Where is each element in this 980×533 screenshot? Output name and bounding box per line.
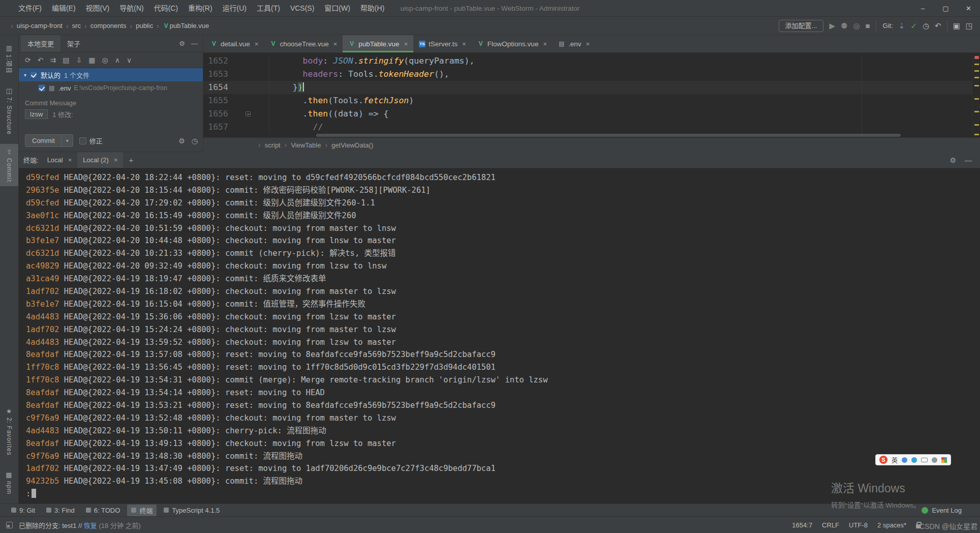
ime-language-indicator[interactable]: 英 <box>892 456 898 464</box>
close-icon[interactable]: × <box>404 40 408 48</box>
breadcrumb-item[interactable]: › pubTable.vue <box>153 22 209 30</box>
changelist-checkbox[interactable] <box>30 71 37 78</box>
editor-tab[interactable]: .env × <box>553 35 595 52</box>
code-line[interactable]: 1653 headers: Tools.tokenHeader(), <box>203 68 980 81</box>
menu-item[interactable]: 工具(T) <box>252 0 285 17</box>
ime-emoji-icon[interactable] <box>902 457 907 463</box>
close-icon[interactable]: × <box>68 156 72 164</box>
expand-all-icon[interactable]: ∧ <box>115 56 120 64</box>
menu-item[interactable]: 窗口(W) <box>319 0 355 17</box>
maximize-button[interactable]: ▢ <box>934 0 957 17</box>
changed-file-row[interactable]: .env E:\vsCodeProject\uisp-camp-fron <box>19 81 203 95</box>
terminal-tab[interactable]: Local (2) × <box>77 152 123 168</box>
commit-icon[interactable]: ⇉ <box>50 56 56 64</box>
breadcrumb-item[interactable]: › uisp-camp-front <box>7 22 63 30</box>
breadcrumb-item[interactable]: › src <box>63 22 81 30</box>
file-checkbox[interactable] <box>38 84 45 92</box>
tool-window-bar-item[interactable]: 9: Git <box>7 506 39 515</box>
code-editor[interactable]: 1652 body: JSON.stringify(queryParams), … <box>203 53 980 137</box>
code-line[interactable]: 1654 }) <box>203 81 980 94</box>
tool-window-bar-item[interactable]: 3: Find <box>42 506 79 515</box>
close-icon[interactable]: × <box>462 40 466 48</box>
code-line[interactable]: 1655 .then(Tools.fetchJson) <box>203 94 980 107</box>
collapse-all-icon[interactable]: ∨ <box>127 56 132 64</box>
caret-position[interactable]: 1654:7 <box>792 521 812 529</box>
warning-mark[interactable] <box>974 85 979 86</box>
amend-option[interactable]: 修正 <box>79 136 103 145</box>
commit-panel-tab[interactable]: 本地变更 <box>21 35 60 52</box>
editor-tab[interactable]: chooseTree.vue × <box>264 35 343 52</box>
hide-icon[interactable]: — <box>965 156 972 164</box>
minimize-button[interactable]: – <box>911 0 934 17</box>
tool-window-button[interactable]: ⇧ Commit <box>0 144 18 186</box>
tool-window-bar-item[interactable]: TypeScript 4.1.5 <box>160 506 224 515</box>
close-icon[interactable]: × <box>333 40 338 48</box>
group-by-icon[interactable]: ▦ <box>88 56 95 64</box>
warning-mark[interactable] <box>974 98 979 100</box>
tool-window-bar-item[interactable]: 终端 <box>127 505 157 516</box>
code-breadcrumb-item[interactable]: › ViewTable <box>281 141 321 149</box>
code-breadcrumb-item[interactable]: › script <box>254 141 281 149</box>
warning-mark[interactable] <box>974 70 979 72</box>
add-configuration-button[interactable]: 添加配置... <box>779 20 824 32</box>
menu-item[interactable]: 编辑(E) <box>47 0 81 17</box>
file-encoding[interactable]: UTF-8 <box>849 521 868 529</box>
warning-mark[interactable] <box>974 77 979 78</box>
editor-tab[interactable]: detail.vue × <box>205 35 264 52</box>
debug-icon[interactable]: ⚉ <box>841 22 847 29</box>
menu-item[interactable]: VCS(S) <box>285 0 319 17</box>
error-stripe[interactable] <box>972 53 980 137</box>
menu-item[interactable]: 视图(V) <box>81 0 115 17</box>
editor-tab[interactable]: pubTable.vue × <box>343 35 413 52</box>
editor-tab[interactable]: FlowOptions.vue × <box>472 35 553 52</box>
stop-icon[interactable]: ■ <box>866 22 870 29</box>
run-icon[interactable]: ▶ <box>829 22 835 29</box>
gear-icon[interactable]: ⚙ <box>179 40 185 47</box>
indent-style[interactable]: 2 spaces* <box>877 521 906 529</box>
close-icon[interactable]: × <box>586 40 590 48</box>
menu-item[interactable]: 运行(U) <box>218 0 252 17</box>
horizontal-scrollbar[interactable] <box>269 134 969 137</box>
fold-collapse-icon[interactable] <box>246 111 251 116</box>
scrollbar-thumb[interactable] <box>316 134 901 137</box>
commit-message-input[interactable]: lzsw <box>25 109 48 119</box>
close-icon[interactable]: × <box>114 156 118 164</box>
tool-window-button[interactable]: ★ 2: Favorites <box>0 403 18 460</box>
error-mark[interactable] <box>974 56 979 59</box>
close-icon[interactable]: × <box>255 40 259 48</box>
tool-window-bar-item[interactable]: 6: TODO <box>82 506 125 515</box>
code-line[interactable]: 1656 .then((data) => { <box>203 107 980 121</box>
commit-dropdown-arrow-icon[interactable]: ▾ <box>62 135 73 146</box>
ime-toolbar[interactable]: S 英 <box>875 454 951 465</box>
amend-checkbox[interactable] <box>79 137 86 144</box>
ime-keyboard-icon[interactable] <box>921 458 928 462</box>
close-button[interactable]: ✕ <box>957 0 980 17</box>
rollback-icon[interactable]: ↶ <box>935 22 941 29</box>
commit-icon[interactable]: ✓ <box>910 22 917 29</box>
hide-windows-icon[interactable]: ▣ <box>953 22 960 29</box>
update-project-icon[interactable]: ⇣ <box>899 22 905 29</box>
line-separator[interactable]: CRLF <box>822 521 839 529</box>
warning-mark[interactable] <box>974 134 979 135</box>
restore-layout-icon[interactable]: ◳ <box>966 22 973 29</box>
sogou-logo-icon[interactable]: S <box>879 456 887 464</box>
ime-mic-icon[interactable] <box>911 457 917 463</box>
shelve-icon[interactable]: ⇩ <box>76 56 82 64</box>
rollback-icon[interactable]: ↶ <box>38 56 44 64</box>
terminal-tab[interactable]: Local × <box>42 152 78 168</box>
menu-item[interactable]: 帮助(H) <box>355 0 389 17</box>
commit-button-label[interactable]: Commit <box>25 135 62 146</box>
new-terminal-button[interactable]: + <box>123 156 139 164</box>
restore-link[interactable]: 恢复 <box>84 522 97 529</box>
commit-button[interactable]: Commit ▾ <box>25 134 73 147</box>
menu-item[interactable]: 导航(N) <box>114 0 148 17</box>
breadcrumb-item[interactable]: › public <box>127 22 154 30</box>
menu-item[interactable]: 重构(R) <box>183 0 217 17</box>
menu-item[interactable]: 代码(C) <box>149 0 183 17</box>
tool-window-switcher-icon[interactable] <box>6 522 13 528</box>
gear-icon[interactable]: ⚙ <box>178 137 185 145</box>
show-diff-icon[interactable]: ▤ <box>63 56 69 64</box>
hide-icon[interactable]: — <box>191 40 198 47</box>
ime-skin-icon[interactable] <box>941 457 947 463</box>
ime-toolbox-icon[interactable] <box>932 457 937 463</box>
